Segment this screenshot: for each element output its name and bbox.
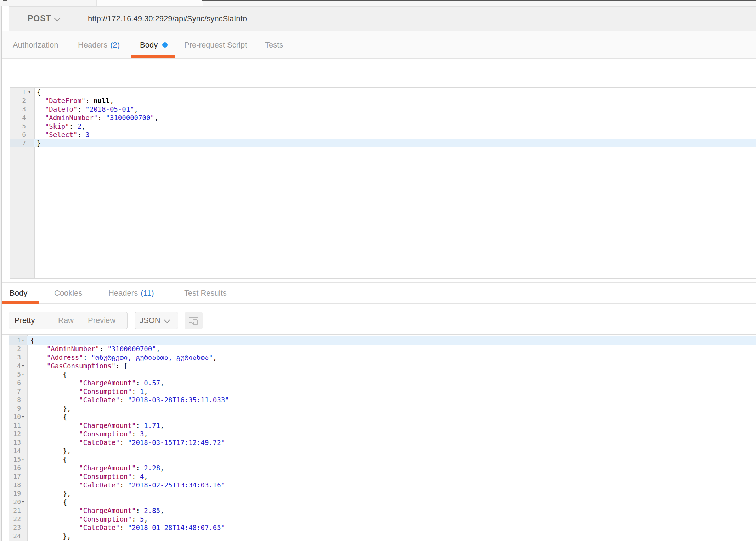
line-number: 22 — [9, 515, 21, 523]
line-number: 24 — [9, 532, 21, 540]
app-active-tab[interactable] — [96, 0, 203, 6]
code-line: 12 "Consumption": 3, — [9, 430, 756, 438]
code-line: 4 "AdminNumber": "3100000700", — [10, 113, 756, 122]
line-number: 7 — [10, 139, 26, 147]
fold-toggle-icon[interactable]: ▾ — [22, 498, 24, 506]
response-body-viewer[interactable]: 1▾{2 "AdminNumber": "3100000700",3 "Addr… — [9, 335, 756, 541]
response-tab-headers[interactable]: Headers(11) — [108, 283, 154, 303]
method-select[interactable]: POST — [9, 7, 81, 31]
code-line: 24 }, — [9, 532, 756, 540]
code-text: "AdminNumber": "3100000700", — [37, 113, 158, 122]
tab-label: Cookies — [54, 289, 82, 298]
code-text: "Consumption": 4, — [30, 472, 148, 481]
code-text: "ChargeAmount": 1.71, — [30, 421, 164, 430]
view-raw-button[interactable]: Raw — [58, 316, 74, 325]
line-number: 3 — [9, 353, 21, 362]
code-text: "DateFrom": null, — [37, 96, 114, 105]
code-text: { — [30, 455, 67, 464]
tab-pre-request-script[interactable]: Pre-request Script — [184, 31, 247, 58]
code-line: 11 "ChargeAmount": 1.71, — [9, 421, 756, 430]
response-format-select[interactable]: JSON — [135, 312, 178, 329]
code-text: "ChargeAmount": 2.28, — [30, 464, 164, 472]
code-line: 7 "Consumption": 1, — [9, 387, 756, 396]
fold-toggle-icon[interactable]: ▾ — [28, 88, 31, 96]
tab-label: Authorization — [13, 40, 58, 50]
fold-toggle-icon[interactable]: ▾ — [22, 370, 24, 379]
code-text: } — [37, 139, 41, 147]
url-input[interactable]: http://172.16.49.30:2929/api/Sync/syncSl… — [88, 14, 247, 23]
tab-label: Body — [10, 289, 27, 298]
tab-label: Pre-request Script — [184, 40, 247, 50]
request-body-editor[interactable]: 1▾{2 "DateFrom": null,3 "DateTo": "2018-… — [10, 87, 756, 279]
line-number: 3 — [10, 105, 26, 113]
code-line: 2 "DateFrom": null, — [10, 96, 756, 105]
code-text: { — [30, 498, 67, 506]
response-tabs: BodyCookiesHeaders(11)Test Results — [2, 283, 756, 304]
code-text: { — [30, 370, 67, 379]
response-view-switch: PrettyRawPreview — [9, 312, 128, 329]
line-number: 23 — [9, 523, 21, 532]
chevron-down-icon — [164, 317, 170, 323]
code-text: "CalcDate": "2018-01-28T14:48:07.65" — [30, 523, 225, 532]
line-number: 6 — [10, 130, 26, 139]
app-tab-strip — [0, 0, 756, 6]
code-line: 1▾{ — [9, 336, 756, 345]
fold-toggle-icon[interactable]: ▾ — [22, 455, 24, 464]
code-text: "GasConsumptions": [ — [30, 362, 128, 370]
fold-toggle-icon[interactable]: ▾ — [22, 362, 24, 370]
tab-headers[interactable]: Headers(2) — [78, 31, 120, 58]
tab-strip-edge — [3, 0, 7, 1]
response-tab-body[interactable]: Body — [10, 283, 27, 303]
code-text: "AdminNumber": "3100000700", — [30, 345, 160, 353]
code-text: "Skip": 2, — [37, 122, 85, 130]
code-line: 20▾ { — [9, 498, 756, 506]
line-number: 10 — [9, 413, 21, 421]
code-text: { — [30, 413, 67, 421]
code-line: 19 }, — [9, 489, 756, 498]
code-line: 14 }, — [9, 447, 756, 455]
code-line: 3 "Address": "ოზურგეთი, გურიანთა, გურიან… — [9, 353, 756, 362]
tab-authorization[interactable]: Authorization — [13, 31, 58, 58]
request-url-bar: POST http://172.16.49.30:2929/api/Sync/s… — [9, 6, 756, 31]
code-line: 8 "CalcDate": "2018-03-28T16:35:11.033" — [9, 396, 756, 404]
code-text: "Select": 3 — [37, 130, 90, 139]
tab-label: Headers — [108, 289, 138, 298]
code-text: }, — [30, 447, 71, 455]
line-number: 13 — [9, 438, 21, 447]
code-line: 15▾ { — [9, 455, 756, 464]
method-label: POST — [28, 14, 51, 23]
code-text: }, — [30, 489, 71, 498]
line-number: 18 — [9, 481, 21, 489]
code-line: 3 "DateTo": "2018-05-01", — [10, 105, 756, 113]
text-cursor — [41, 140, 41, 147]
code-text: "ChargeAmount": 0.57, — [30, 379, 164, 387]
code-text: "Consumption": 5, — [30, 515, 148, 523]
code-line: 22 "Consumption": 5, — [9, 515, 756, 523]
active-line-highlight — [34, 139, 756, 147]
active-line-highlight — [27, 336, 756, 345]
response-tab-test-results[interactable]: Test Results — [184, 283, 227, 303]
line-number: 11 — [9, 421, 21, 430]
code-line: 5▾ { — [9, 370, 756, 379]
tab-label: Body — [140, 40, 158, 50]
line-number: 8 — [9, 396, 21, 404]
view-preview-button[interactable]: Preview — [88, 316, 115, 325]
fold-toggle-icon[interactable]: ▾ — [22, 336, 24, 345]
code-text: "CalcDate": "2018-03-28T16:35:11.033" — [30, 396, 229, 404]
tab-tests[interactable]: Tests — [265, 31, 283, 58]
code-line: 10▾ { — [9, 413, 756, 421]
line-number: 5 — [10, 122, 26, 130]
code-text: "ChargeAmount": 2.85, — [30, 506, 164, 515]
response-tab-cookies[interactable]: Cookies — [54, 283, 82, 303]
line-number: 14 — [9, 447, 21, 455]
tab-body[interactable]: Body — [140, 31, 168, 58]
view-pretty-button[interactable]: Pretty — [15, 316, 35, 325]
line-number: 7 — [9, 387, 21, 396]
code-line: 1▾{ — [10, 88, 756, 96]
fold-toggle-icon[interactable]: ▾ — [22, 413, 24, 421]
code-text: "Consumption": 1, — [30, 387, 148, 396]
wrap-lines-button[interactable] — [185, 312, 203, 329]
line-number: 19 — [9, 489, 21, 498]
code-line: 9 }, — [9, 404, 756, 413]
code-line: 23 "CalcDate": "2018-01-28T14:48:07.65" — [9, 523, 756, 532]
